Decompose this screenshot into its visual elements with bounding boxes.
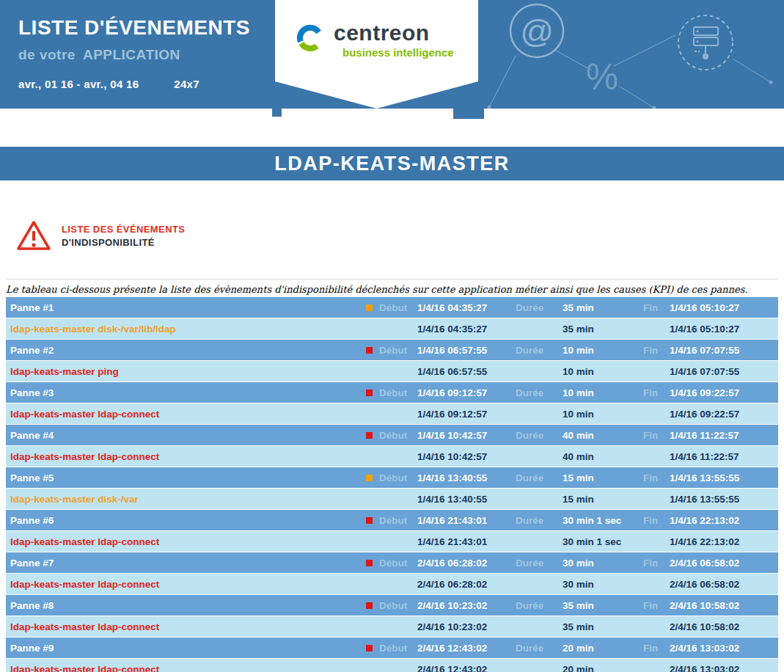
duration-value: 20 min <box>563 664 643 672</box>
duration-value: 10 min <box>563 409 643 420</box>
kpi-detail-row: ldap-keats-master ldap-connect 2/4/16 06… <box>6 574 778 594</box>
start-value: 1/4/16 21:43:01 <box>417 515 516 526</box>
kpi-name: ldap-keats-master disk-/var <box>10 494 366 505</box>
banner-text-block: LISTE D'ÉVENEMENTS de votreAPPLICATION a… <box>18 16 250 90</box>
end-value: 1/4/16 13:55:55 <box>670 494 778 505</box>
start-value: 1/4/16 13:40:55 <box>417 494 516 505</box>
end-label: Fin <box>643 515 670 526</box>
at-symbol: @ <box>520 12 554 50</box>
kpi-name: ldap-keats-master ldap-connect <box>10 451 366 462</box>
end-label: Fin <box>643 558 670 569</box>
severity-indicator <box>366 304 373 311</box>
end-label: Fin <box>643 600 670 611</box>
event-header-row: Panne #5 Début 1/4/16 13:40:55 Durée 15 … <box>6 467 778 488</box>
severity-indicator <box>366 347 373 354</box>
centreon-logo-icon <box>294 22 326 54</box>
end-value: 1/4/16 22:13:02 <box>670 536 778 547</box>
end-value: 2/4/16 10:58:02 <box>670 621 778 632</box>
kpi-detail-row: ldap-keats-master ping 1/4/16 06:57:55 1… <box>6 361 778 381</box>
severity-indicator-cell <box>366 515 379 526</box>
kpi-name: ldap-keats-master ldap-connect <box>10 621 366 632</box>
severity-indicator-cell <box>366 430 379 441</box>
end-label: Fin <box>643 430 670 441</box>
server-icon <box>678 15 733 70</box>
network-dots <box>488 81 773 109</box>
severity-indicator <box>366 390 373 396</box>
duration-value: 15 min <box>563 472 643 483</box>
start-value: 2/4/16 06:28:02 <box>417 579 516 590</box>
start-value: 1/4/16 04:35:27 <box>417 324 516 335</box>
kpi-name: ldap-keats-master ping <box>10 366 366 377</box>
application-title-bar: LDAP-KEATS-MASTER <box>0 147 784 180</box>
end-value: 1/4/16 11:22:57 <box>670 451 778 462</box>
start-value: 2/4/16 06:28:02 <box>417 558 516 569</box>
start-label: Début <box>379 558 417 569</box>
duration-label: Durée <box>516 302 563 313</box>
severity-indicator-cell <box>366 558 379 569</box>
duration-value: 35 min <box>563 600 643 611</box>
start-value: 1/4/16 21:43:01 <box>417 536 516 547</box>
start-value: 2/4/16 12:43:02 <box>417 664 516 672</box>
end-value: 2/4/16 06:58:02 <box>670 579 778 590</box>
event-header-row: Panne #2 Début 1/4/16 06:57:55 Durée 10 … <box>6 340 778 360</box>
severity-indicator-cell <box>366 302 379 313</box>
event-name: Panne #7 <box>10 558 366 569</box>
application-name: LDAP-KEATS-MASTER <box>274 153 509 175</box>
end-value: 1/4/16 09:22:57 <box>670 387 778 398</box>
end-value: 1/4/16 11:22:57 <box>670 430 778 441</box>
kpi-detail-row: ldap-keats-master ldap-connect 2/4/16 12… <box>6 659 778 672</box>
start-label: Début <box>379 302 417 313</box>
end-value: 1/4/16 07:07:55 <box>670 366 778 377</box>
severity-indicator <box>366 475 373 481</box>
duration-label: Durée <box>516 387 563 398</box>
severity-indicator <box>366 517 373 524</box>
end-value: 1/4/16 13:55:55 <box>670 472 778 483</box>
start-label: Début <box>379 472 417 483</box>
end-value: 2/4/16 06:58:02 <box>670 558 778 569</box>
duration-label: Durée <box>516 515 563 526</box>
severity-indicator <box>366 602 373 609</box>
severity-indicator-cell <box>366 345 379 356</box>
duration-value: 10 min <box>563 387 643 398</box>
severity-indicator-cell <box>366 643 379 654</box>
percent-symbol: % <box>586 56 618 98</box>
end-value: 1/4/16 05:10:27 <box>670 302 778 313</box>
kpi-name: ldap-keats-master disk-/var/lib/ldap <box>10 324 366 335</box>
kpi-name: ldap-keats-master ldap-connect <box>10 536 366 547</box>
severity-indicator <box>366 645 373 651</box>
start-label: Début <box>379 430 417 441</box>
end-label: Fin <box>643 345 670 356</box>
kpi-detail-row: ldap-keats-master ldap-connect 1/4/16 21… <box>6 531 778 552</box>
section-title-line2: D'INDISPONIBILITÉ <box>62 237 185 248</box>
end-value: 1/4/16 05:10:27 <box>670 324 778 335</box>
duration-value: 10 min <box>563 366 643 377</box>
logo-tagline: business intelligence <box>342 46 454 59</box>
kpi-name: ldap-keats-master ldap-connect <box>10 409 366 420</box>
start-label: Début <box>379 515 417 526</box>
start-value: 1/4/16 06:57:55 <box>417 345 516 356</box>
kpi-name: ldap-keats-master ldap-connect <box>10 579 366 590</box>
duration-value: 40 min <box>563 451 643 462</box>
start-value: 1/4/16 10:42:57 <box>417 451 516 462</box>
section-heading: LISTE DES ÉVÉNEMENTS D'INDISPONIBILITÉ <box>16 219 185 252</box>
banner-decor-graphics: @ % <box>476 0 784 109</box>
start-value: 1/4/16 09:12:57 <box>417 409 516 420</box>
duration-value: 30 min 1 sec <box>563 515 643 526</box>
event-header-row: Panne #7 Début 2/4/16 06:28:02 Durée 30 … <box>6 552 778 573</box>
duration-value: 30 min <box>563 579 643 590</box>
start-value: 2/4/16 10:23:02 <box>417 621 516 632</box>
event-header-row: Panne #1 Début 1/4/16 04:35:27 Durée 35 … <box>6 297 778 318</box>
logo-text-block: centreon business intelligence <box>334 22 454 59</box>
start-value: 2/4/16 10:23:02 <box>417 600 516 611</box>
start-value: 1/4/16 04:35:27 <box>417 302 516 313</box>
duration-value: 30 min 1 sec <box>563 536 643 547</box>
start-value: 1/4/16 13:40:55 <box>417 472 516 483</box>
warning-triangle-icon <box>16 219 51 252</box>
centreon-logo-badge: centreon business intelligence <box>275 0 478 109</box>
severity-indicator-cell <box>366 387 379 398</box>
start-value: 1/4/16 06:57:55 <box>417 366 516 377</box>
kpi-name: ldap-keats-master ldap-connect <box>10 664 366 672</box>
end-label: Fin <box>643 302 670 313</box>
section-title-block: LISTE DES ÉVÉNEMENTS D'INDISPONIBILITÉ <box>62 224 185 248</box>
report-subtitle-object: APPLICATION <box>83 47 180 62</box>
